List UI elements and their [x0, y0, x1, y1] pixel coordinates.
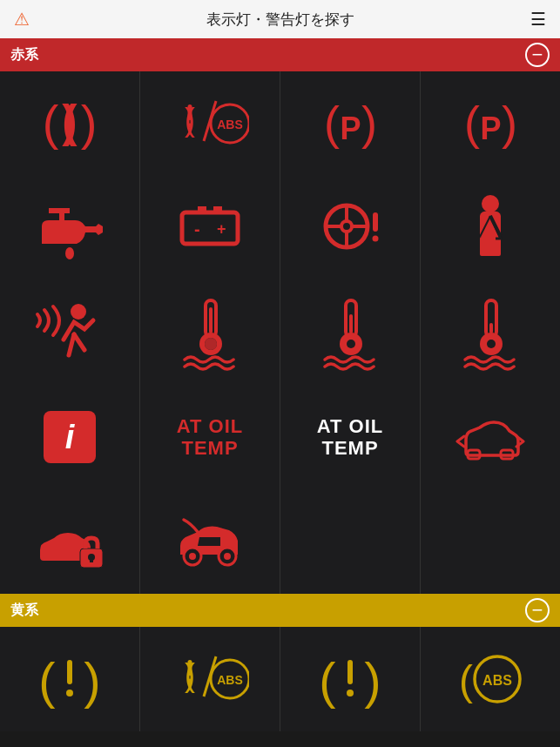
svg-text:+: + [217, 220, 226, 238]
steering-warning-cell[interactable] [280, 176, 420, 280]
immobilizer-cell[interactable] [421, 385, 560, 489]
svg-point-19 [65, 247, 74, 259]
svg-point-5 [67, 137, 73, 143]
parking-brake-2-cell[interactable]: ( ) P [421, 71, 560, 176]
svg-text:ABS: ABS [217, 673, 243, 687]
svg-rect-8 [188, 104, 192, 120]
svg-point-32 [373, 236, 379, 242]
svg-point-33 [482, 195, 499, 212]
empty-cell-2 [421, 489, 560, 594]
svg-point-26 [341, 221, 352, 232]
yellow-section-header: 黄系 − [0, 594, 560, 627]
coolant-med-cell[interactable] [280, 280, 420, 385]
svg-text:): ) [502, 97, 517, 149]
parking-brake-1-cell[interactable]: ( ) P [280, 71, 420, 176]
battery-warning-cell[interactable]: - + [140, 176, 280, 280]
svg-rect-4 [67, 108, 72, 131]
svg-text:): ) [81, 95, 98, 150]
at-oil-temp-2-cell[interactable]: AT OILTEMP [280, 385, 420, 489]
oil-warning-cell[interactable] [0, 176, 139, 280]
red-grid-row5 [0, 489, 560, 594]
svg-rect-37 [209, 307, 213, 333]
svg-point-72 [347, 690, 354, 697]
empty-cell-1 [280, 489, 420, 594]
info-box-icon: i [44, 411, 96, 463]
yellow-abs-circle-cell[interactable]: ( ABS [421, 627, 560, 731]
yellow-section-collapse[interactable]: − [525, 598, 550, 622]
svg-text:(: ( [38, 652, 55, 709]
header-title: 表示灯・警告灯を探す [38, 10, 522, 30]
svg-text:P: P [480, 111, 501, 146]
svg-rect-53 [90, 557, 93, 562]
red-grid-row2: - + [0, 176, 560, 280]
airbag-warning-cell[interactable] [0, 280, 139, 385]
svg-rect-21 [198, 206, 206, 212]
at-oil-temp-1-cell[interactable]: AT OILTEMP [140, 385, 280, 489]
svg-text:): ) [361, 97, 377, 149]
svg-rect-71 [347, 660, 353, 684]
svg-text:): ) [364, 652, 381, 709]
red-grid-row3 [0, 280, 560, 385]
svg-point-65 [188, 679, 192, 683]
svg-point-57 [224, 553, 231, 560]
svg-text:): ) [84, 652, 100, 709]
at-oil-temp-2-label: AT OILTEMP [317, 415, 383, 460]
red-grid-row4: i AT OILTEMP AT OILTEMP [0, 385, 560, 489]
svg-point-48 [487, 340, 496, 348]
svg-rect-31 [373, 212, 378, 232]
svg-text:ABS: ABS [482, 673, 512, 688]
svg-rect-20 [182, 212, 238, 244]
svg-rect-60 [67, 660, 72, 684]
immobilizer-lock-cell[interactable] [0, 489, 139, 594]
warning-icon: ⚠ [14, 9, 38, 30]
svg-point-9 [188, 124, 192, 128]
coolant-high-cell[interactable] [140, 280, 280, 385]
red-section-label: 赤系 [10, 46, 38, 64]
svg-rect-42 [349, 314, 353, 333]
yellow-warning-1-cell[interactable]: ( ) [0, 627, 139, 731]
svg-text:(: ( [319, 652, 335, 709]
svg-point-44 [347, 340, 355, 348]
svg-text:(: ( [324, 97, 340, 149]
seatbelt-warning-cell[interactable] [421, 176, 560, 280]
svg-point-55 [189, 553, 196, 560]
abs-warning-cell[interactable]: ( ) ABS [140, 71, 280, 176]
yellow-abs-cell[interactable]: ( ) ABS [140, 627, 280, 731]
red-grid-row1: ( ) ( ) ( ) ABS ( ) P [0, 71, 560, 176]
red-section-collapse[interactable]: − [525, 43, 550, 67]
svg-point-35 [71, 304, 86, 320]
svg-point-40 [205, 338, 217, 350]
app-header: ⚠ 表示灯・警告灯を探す ☰ [0, 0, 560, 38]
svg-text:P: P [340, 111, 361, 146]
at-oil-temp-1-label: AT OILTEMP [177, 415, 243, 460]
svg-text:-: - [194, 219, 200, 239]
brake-warning-cell[interactable]: ( ) ( ) [0, 71, 139, 176]
yellow-section-label: 黄系 [10, 602, 38, 620]
coolant-low-cell[interactable] [421, 280, 560, 385]
svg-text:(: ( [459, 657, 473, 703]
trunk-open-cell[interactable] [140, 489, 280, 594]
red-section-header: 赤系 − [0, 38, 560, 71]
yellow-warning-2-cell[interactable]: ( ) [280, 627, 420, 731]
svg-rect-22 [213, 206, 222, 212]
svg-text:(: ( [43, 95, 59, 150]
menu-icon[interactable]: ☰ [522, 9, 546, 30]
yellow-grid-row1: ( ) ( ) ABS ( ) ( ABS [0, 627, 560, 731]
info-cell[interactable]: i [0, 385, 139, 489]
svg-text:ABS: ABS [217, 118, 243, 131]
svg-rect-64 [188, 660, 192, 676]
svg-text:(: ( [464, 97, 480, 149]
svg-rect-46 [489, 323, 493, 333]
svg-point-61 [66, 690, 73, 697]
